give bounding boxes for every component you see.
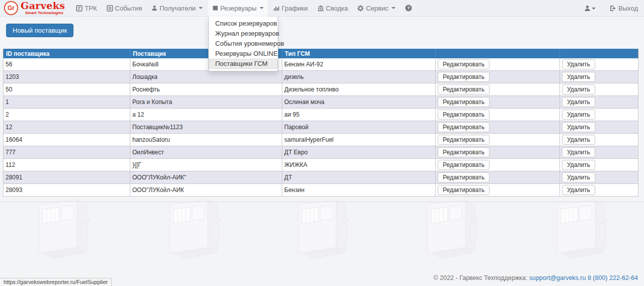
- nav-item-recipients[interactable]: Получатели: [147, 0, 207, 17]
- header-fuel-type: Тип ГСМ: [282, 49, 436, 58]
- reservoirs-icon: [212, 5, 218, 11]
- delete-button[interactable]: Удалить: [562, 59, 595, 69]
- dropdown-item[interactable]: Список резервуаров: [209, 19, 278, 29]
- supplier-name-cell: Лошадка: [130, 71, 282, 83]
- fuel-type-cell: дизель: [282, 71, 436, 83]
- supplier-name-cell: Рога и Копыта: [130, 96, 282, 109]
- footer-copyright: © 2022 - Гарвекс Техподдержка:: [434, 274, 528, 281]
- fuel-pump-watermark: [288, 195, 354, 264]
- edit-button[interactable]: Редактировать: [438, 135, 490, 145]
- edit-button[interactable]: Редактировать: [438, 84, 490, 94]
- nav-item-service[interactable]: Сервис: [353, 0, 399, 17]
- nav-item-events[interactable]: События: [103, 0, 146, 17]
- dropdown-item[interactable]: Журнал резервуаров: [209, 29, 278, 39]
- trk-icon: [76, 5, 83, 12]
- supplier-id-cell: 28091: [4, 171, 130, 184]
- navbar-right: Выход: [584, 0, 638, 17]
- nav-item-label: Резервуары: [220, 5, 257, 12]
- application-window: Gr Garveks Smart Technologies ТРКСобытия…: [0, 0, 644, 286]
- fuel-type-cell: samuraiHyperFuel: [282, 134, 436, 146]
- suppliers-table-wrap: ID поставщика Поставщик Тип ГСМ 56 Бочка…: [3, 49, 638, 197]
- nav-item-trk[interactable]: ТРК: [72, 0, 101, 17]
- fuel-type-cell: Бензин АИ-92: [282, 58, 436, 71]
- table-row: 112 }{[Г ЖИЖКА Редактировать Удалить: [4, 159, 638, 171]
- new-supplier-button[interactable]: Новый поставщик: [6, 24, 73, 37]
- nav-item-help[interactable]: ?: [401, 0, 416, 17]
- logout-button[interactable]: Выход: [610, 5, 638, 12]
- service-icon: [357, 5, 364, 12]
- supplier-id-cell: 12: [4, 121, 130, 134]
- svg-text:?: ?: [407, 6, 410, 11]
- main-nav: ТРКСобытияПолучателиРезервуарыСписок рез…: [72, 0, 418, 17]
- table-row: 2 а 12 аи 95 Редактировать Удалить: [4, 109, 638, 121]
- supplier-id-cell: 16064: [4, 134, 130, 146]
- fuel-type-cell: Дизельное топливо: [282, 83, 436, 96]
- edit-button[interactable]: Редактировать: [438, 185, 490, 195]
- fuel-type-cell: Паровой: [282, 121, 436, 134]
- link-preview-statusbar: https://garvekswebreporter.ru/FuelSuppli…: [0, 278, 112, 286]
- help-icon: ?: [405, 5, 412, 12]
- fuel-type-cell: ДТ: [282, 171, 436, 184]
- delete-button[interactable]: Удалить: [562, 135, 595, 145]
- fuel-type-cell: ДТ Евро: [282, 146, 436, 159]
- edit-button[interactable]: Редактировать: [438, 172, 490, 182]
- chevron-down-icon: [592, 8, 596, 12]
- table-row: 16064 hanzouSatoru samuraiHyperFuel Реда…: [4, 134, 638, 146]
- delete-button[interactable]: Удалить: [562, 185, 595, 195]
- table-row: 50 Роснефть Дизельное топливо Редактиров…: [4, 83, 638, 96]
- logout-label: Выход: [618, 5, 638, 12]
- table-header-row: ID поставщика Поставщик Тип ГСМ: [4, 49, 638, 58]
- nav-item-reservoirs[interactable]: РезервуарыСписок резервуаровЖурнал резер…: [208, 0, 268, 17]
- delete-button[interactable]: Удалить: [562, 97, 595, 107]
- chevron-down-icon: [391, 7, 395, 11]
- fuel-type-cell: Бензин: [282, 184, 436, 197]
- supplier-id-cell: 1203: [4, 71, 130, 83]
- edit-button[interactable]: Редактировать: [438, 110, 490, 120]
- supplier-name-cell: Роснефть: [130, 83, 282, 96]
- fuel-type-cell: Ослиная моча: [282, 96, 436, 109]
- fuel-pump-watermark: [29, 195, 95, 264]
- supplier-name-cell: ОилИнвест: [130, 146, 282, 159]
- support-link[interactable]: support@garveks.ru 8 (800) 222-62-64: [529, 274, 638, 281]
- logo-circle-icon: Gr: [4, 1, 18, 15]
- supplier-id-cell: 56: [4, 58, 130, 71]
- nav-item-label: События: [115, 5, 142, 12]
- delete-button[interactable]: Удалить: [562, 84, 595, 94]
- delete-button[interactable]: Удалить: [562, 122, 595, 132]
- delete-button[interactable]: Удалить: [562, 147, 595, 157]
- fuel-pump-watermark: [160, 195, 225, 264]
- nav-item-summary[interactable]: Сводка: [313, 0, 352, 17]
- delete-button[interactable]: Удалить: [562, 160, 595, 170]
- edit-button[interactable]: Редактировать: [438, 72, 490, 82]
- brand-logo[interactable]: Gr Garveks Smart Technologies: [0, 1, 65, 15]
- supplier-id-cell: 1: [4, 96, 130, 109]
- supplier-name-cell: а 12: [130, 109, 282, 121]
- fuel-pump-watermark: [418, 195, 483, 264]
- edit-button[interactable]: Редактировать: [438, 59, 490, 69]
- edit-button[interactable]: Редактировать: [438, 97, 490, 107]
- delete-button[interactable]: Удалить: [562, 172, 595, 182]
- user-menu-button[interactable]: [584, 5, 596, 12]
- nav-item-charts[interactable]: Графики: [269, 0, 312, 17]
- header-delete-column: [560, 49, 638, 58]
- dropdown-item[interactable]: Резервуары ONLINE: [209, 49, 278, 59]
- edit-button[interactable]: Редактировать: [438, 160, 490, 170]
- dropdown-item[interactable]: Поставщики ГСМ: [209, 59, 278, 69]
- edit-button[interactable]: Редактировать: [438, 122, 490, 132]
- nav-item-label: Получатели: [159, 5, 196, 12]
- navbar: Gr Garveks Smart Technologies ТРКСобытия…: [0, 0, 644, 17]
- logout-icon: [610, 5, 616, 12]
- edit-button[interactable]: Редактировать: [438, 147, 490, 157]
- brand-name: Garveks: [21, 1, 65, 11]
- brand-tagline: Smart Technologies: [21, 11, 65, 15]
- dropdown-item[interactable]: События уровнемеров: [209, 39, 278, 49]
- table-row: 777 ОилИнвест ДТ Евро Редактировать Удал…: [4, 146, 638, 159]
- delete-button[interactable]: Удалить: [562, 110, 595, 120]
- chevron-down-icon: [199, 7, 203, 11]
- delete-button[interactable]: Удалить: [562, 72, 595, 82]
- table-row: 1 Рога и Копыта Ослиная моча Редактирова…: [4, 96, 638, 109]
- header-edit-column: [436, 49, 560, 58]
- supplier-id-cell: 2: [4, 109, 130, 121]
- table-row: 12 Поставщик№1123 Паровой Редактировать …: [4, 121, 638, 134]
- supplier-id-cell: 112: [4, 159, 130, 171]
